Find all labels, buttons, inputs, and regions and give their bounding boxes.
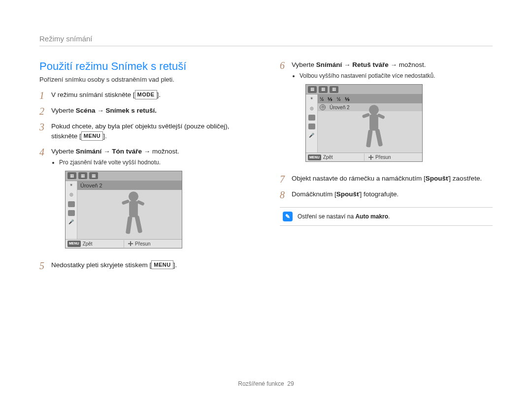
step-number: 4 — [39, 147, 51, 255]
lcd-back: MENUZpět — [66, 240, 124, 247]
step-number: 7 — [280, 174, 292, 185]
wb-icon — [68, 210, 75, 216]
mode-icon: ▦ — [89, 172, 98, 179]
step-text: Pokud chcete, aby byla pleť objektu svět… — [51, 122, 252, 142]
lcd-move: Přesun — [124, 240, 182, 247]
step-text: Domáčknutím [Spoušť] fotografujte. — [292, 189, 493, 200]
step-number: 5 — [39, 260, 51, 271]
steps-left: 1 V režimu snímání stiskněte [MODE]. 2 V… — [39, 90, 252, 271]
note-box: ✎ Ostření se nastaví na Auto makro. — [280, 207, 493, 226]
mic-icon: 🎤 — [309, 132, 314, 139]
lcd-move: Přesun — [364, 154, 422, 161]
step-2: 2 Vyberte Scéna → Snímek s retuší. — [39, 106, 252, 117]
svg-rect-1 — [129, 201, 138, 217]
svg-rect-7 — [369, 114, 378, 130]
steps-right: 6 Vyberte Snímání → Retuš tváře → možnos… — [280, 60, 493, 200]
focus-icon: ◎ — [310, 105, 314, 112]
svg-rect-2 — [122, 199, 130, 205]
focus-icon: ◎ — [69, 191, 73, 198]
step-text: Objekt nastavte do rámečku a namáčknutím… — [292, 174, 493, 185]
lcd-toprow: ▦ ▦ ▦ — [66, 171, 182, 181]
right-column: 6 Vyberte Snímání → Retuš tváře → možnos… — [280, 60, 493, 276]
step-text: Nedostatky pleti skryjete stiskem [MENU]… — [51, 260, 252, 271]
mode-icon: ▦ — [308, 86, 317, 93]
mode-icon: ▦ — [319, 86, 328, 93]
lcd-back: MENUZpět — [306, 154, 364, 161]
page-subtitle: Pořízení snímku osoby s odstraněním vad … — [39, 76, 252, 83]
step-3: 3 Pokud chcete, aby byla pleť objektu sv… — [39, 122, 252, 142]
focus-icon: ◎ — [320, 104, 326, 110]
svg-rect-4 — [126, 216, 133, 234]
lcd-side-icons: ✴ ◎ 🎤 — [66, 181, 77, 239]
step-4: 4 Vyberte Snímání → Tón tváře → možnost.… — [39, 147, 252, 255]
wb-icon — [308, 123, 315, 129]
step-5: 5 Nedostatky pleti skryjete stiskem [MEN… — [39, 260, 252, 271]
step-text: Vyberte Snímání → Tón tváře → možnost.Pr… — [51, 147, 252, 255]
step-text: Vyberte Snímání → Retuš tváře → možnost.… — [292, 60, 493, 169]
person-silhouette — [114, 190, 153, 239]
dpad-icon — [368, 155, 373, 160]
svg-point-0 — [129, 191, 138, 201]
mic-icon: 🎤 — [68, 219, 74, 226]
lcd-side-icons: ✴ ◎ 🎤 — [306, 94, 318, 153]
lcd-level-bar: Úroveň 2 — [77, 181, 182, 190]
lcd-preview: ▦ ▦ ▦ ✴ ◎ 🎤 Úroveň 2 MENUZpět Přesun — [65, 171, 182, 248]
person-silhouette — [354, 103, 394, 153]
exposure-icon: ✴ — [310, 95, 314, 102]
lcd-preview: ▦ ▦ ▦ ✴ ◎ 🎤 ½⅓½⅓ ◎Úroveň 2 MENUZpět Přes… — [305, 84, 423, 162]
info-icon: ✎ — [283, 212, 293, 221]
note-text: Ostření se nastaví na Auto makro. — [298, 213, 390, 220]
step-number: 3 — [39, 122, 51, 142]
step-6: 6 Vyberte Snímání → Retuš tváře → možnos… — [280, 60, 493, 169]
step-number: 2 — [39, 106, 51, 117]
lcd-toprow: ▦ ▦ ▦ — [306, 85, 422, 94]
exposure-icon: ✴ — [69, 182, 73, 189]
iso-icon — [68, 201, 75, 207]
mode-icon: ▦ — [78, 172, 87, 179]
page-footer: Rozšířené funkce 29 — [0, 380, 532, 387]
step-8: 8 Domáčknutím [Spoušť] fotografujte. — [280, 189, 493, 200]
page-header: Režimy snímání — [39, 34, 493, 46]
left-column: Použití režimu Snímek s retuší Pořízení … — [39, 60, 252, 276]
iso-icon — [308, 115, 315, 121]
step-text: Vyberte Scéna → Snímek s retuší. — [51, 106, 252, 117]
step-number: 8 — [280, 189, 292, 200]
step-7: 7 Objekt nastavte do rámečku a namáčknut… — [280, 174, 493, 185]
lcd-fractions-row: ½⅓½⅓ — [318, 94, 422, 103]
step-number: 1 — [39, 90, 51, 101]
mode-icon: ▦ — [330, 86, 338, 93]
dpad-icon — [128, 241, 133, 246]
svg-rect-11 — [375, 129, 383, 147]
page-title: Použití režimu Snímek s retuší — [39, 60, 252, 73]
svg-rect-8 — [362, 113, 370, 119]
svg-rect-10 — [366, 130, 373, 148]
mode-icon: ▦ — [67, 172, 76, 179]
step-number: 6 — [280, 60, 292, 169]
step-text: V režimu snímání stiskněte [MODE]. — [51, 90, 252, 101]
svg-rect-5 — [134, 215, 142, 233]
step-1: 1 V režimu snímání stiskněte [MODE]. — [39, 90, 252, 101]
svg-point-6 — [369, 105, 379, 115]
